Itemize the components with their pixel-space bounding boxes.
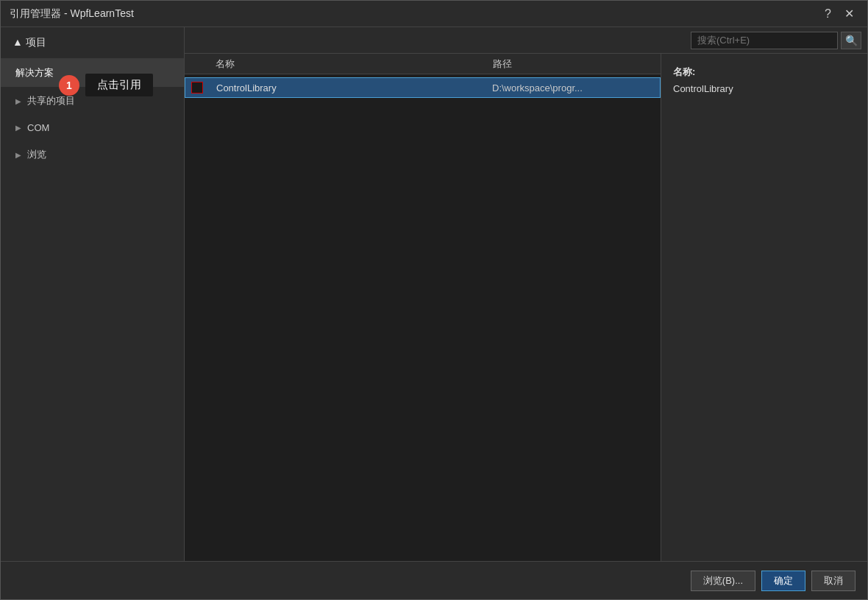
help-button[interactable]: ?	[825, 7, 831, 21]
sidebar-header[interactable]: ▲ 项目	[1, 27, 184, 59]
dialog-title: 引用管理器 - WpfLearnTest	[10, 7, 134, 21]
title-controls: ? ✕	[825, 5, 858, 22]
cancel-button[interactable]: 取消	[811, 571, 855, 591]
col-header-path: 路径	[493, 57, 655, 71]
close-button[interactable]: ✕	[840, 5, 858, 22]
table-row[interactable]: ControlLibrary D:\workspace\progr...	[185, 77, 661, 98]
sidebar-item-com[interactable]: ▶ COM	[1, 115, 184, 141]
content-wrapper: 🔍 名称 路径	[185, 27, 867, 561]
sidebar-item-browse-label: 浏览	[27, 148, 46, 161]
content-details: 名称 路径 ControlLibrary D:\workspace\progr.…	[185, 54, 867, 561]
details-pane: 名称: ControlLibrary	[661, 54, 867, 561]
sidebar: ▲ 项目 解决方案 ▶ 共享的项目 ▶ COM ▶ 浏览	[1, 27, 185, 561]
row-checkbox[interactable]	[191, 82, 213, 93]
confirm-button[interactable]: 确定	[761, 571, 805, 591]
title-bar: 引用管理器 - WpfLearnTest ? ✕	[1, 1, 867, 27]
table-body: ControlLibrary D:\workspace\progr... 1 点…	[185, 74, 661, 561]
chevron-right-icon-browse: ▶	[15, 151, 21, 159]
details-name-label: 名称:	[673, 66, 855, 79]
row-path: D:\workspace\progr...	[492, 82, 654, 93]
sidebar-item-solution-label: 解决方案	[15, 66, 54, 80]
search-input[interactable]	[691, 32, 838, 49]
sidebar-item-com-label: COM	[27, 122, 49, 133]
col-header-name: 名称	[213, 57, 493, 71]
row-name: ControlLibrary	[213, 82, 492, 93]
dialog-body: ▲ 项目 解决方案 ▶ 共享的项目 ▶ COM ▶ 浏览	[1, 27, 867, 599]
details-name-value: ControlLibrary	[673, 83, 855, 94]
table-header: 名称 路径	[185, 54, 661, 74]
sidebar-header-label: ▲ 项目	[13, 36, 46, 49]
checkbox-box[interactable]	[191, 82, 203, 93]
chevron-right-icon: ▶	[15, 97, 21, 105]
sidebar-item-browse[interactable]: ▶ 浏览	[1, 141, 184, 169]
footer: 浏览(B)... 确定 取消	[1, 561, 867, 599]
main-area: ▲ 项目 解决方案 ▶ 共享的项目 ▶ COM ▶ 浏览	[1, 27, 867, 561]
search-icon-button[interactable]: 🔍	[841, 32, 861, 49]
content-pane: 名称 路径 ControlLibrary D:\workspace\progr.…	[185, 54, 661, 561]
search-bar: 🔍	[185, 27, 867, 54]
browse-button[interactable]: 浏览(B)...	[691, 571, 755, 591]
chevron-right-icon-com: ▶	[15, 124, 21, 132]
dialog-root: 引用管理器 - WpfLearnTest ? ✕ ▲ 项目 解决方案 ▶ 共享的…	[0, 0, 868, 600]
